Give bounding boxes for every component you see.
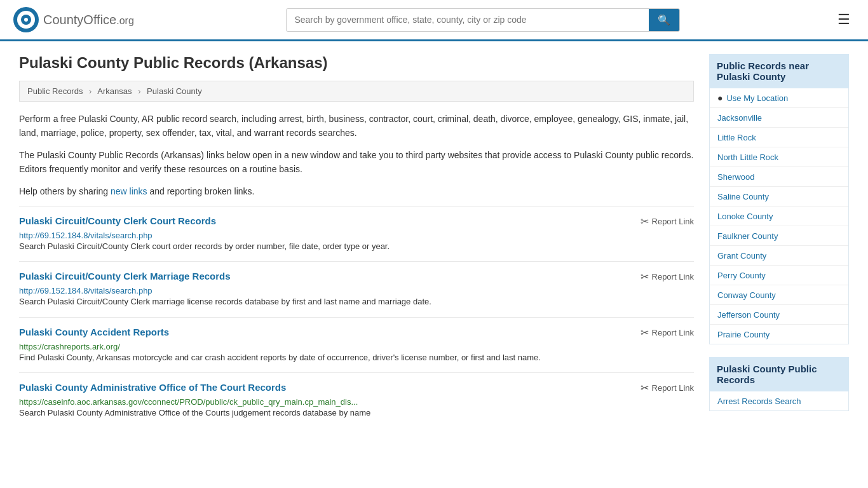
pulaski-record-link-0[interactable]: Arrest Records Search xyxy=(717,396,801,406)
page-title: Pulaski County Public Records (Arkansas) xyxy=(19,54,694,72)
description-3: Help others by sharing new links and rep… xyxy=(19,184,694,198)
search-button[interactable]: 🔍 xyxy=(649,9,679,31)
record-title-1[interactable]: Pulaski Circuit/County Clerk Marriage Re… xyxy=(19,271,231,281)
nearby-item: Little Rock xyxy=(710,128,848,147)
record-desc-0: Search Pulaski Circuit/County Clerk cour… xyxy=(19,240,694,253)
records-list: Pulaski Circuit/County Clerk Court Recor… xyxy=(19,206,694,428)
use-my-location-item: ● Use My Location xyxy=(710,88,848,108)
record-url-3[interactable]: https://caseinfo.aoc.arkansas.gov/cconne… xyxy=(19,397,358,407)
record-desc-2: Find Pulaski County, Arkansas motorcycle… xyxy=(19,351,694,364)
nearby-link-7[interactable]: Grant County xyxy=(717,251,766,261)
nearby-item: Prairie County xyxy=(710,325,848,344)
record-url-2[interactable]: https://crashreports.ark.org/ xyxy=(19,342,120,351)
nearby-link-11[interactable]: Prairie County xyxy=(717,330,770,339)
nearby-item: Conway County xyxy=(710,285,848,305)
logo-icon xyxy=(13,6,39,33)
nearby-link-5[interactable]: Lonoke County xyxy=(717,212,773,221)
report-link-2[interactable]: ✂ Report Link xyxy=(641,327,694,339)
nearby-link-2[interactable]: North Little Rock xyxy=(717,152,778,162)
nearby-list: ● Use My Location JacksonvilleLittle Roc… xyxy=(709,88,849,344)
record-item: Pulaski County Administrative Office of … xyxy=(19,372,694,428)
nearby-item: Faulkner County xyxy=(710,226,848,246)
nearby-item: Saline County xyxy=(710,187,848,207)
record-url-1[interactable]: http://69.152.184.8/vitals/search.php xyxy=(19,286,153,295)
logo: CountyOffice.org xyxy=(13,6,134,33)
logo-suffix: .org xyxy=(116,15,134,26)
site-header: CountyOffice.org 🔍 ☰ xyxy=(0,0,868,41)
nearby-link-1[interactable]: Little Rock xyxy=(717,133,756,142)
report-icon-2: ✂ xyxy=(641,327,649,339)
description-2: The Pulaski County Public Records (Arkan… xyxy=(19,148,694,177)
breadcrumb-public-records[interactable]: Public Records xyxy=(27,86,83,96)
search-input[interactable] xyxy=(287,10,649,30)
nearby-item: Lonoke County xyxy=(710,207,848,226)
pulaski-records-list: Arrest Records Search xyxy=(709,391,849,411)
pulaski-records-items: Arrest Records Search xyxy=(710,391,848,410)
new-links-link[interactable]: new links xyxy=(111,186,147,196)
record-title-2[interactable]: Pulaski County Accident Reports xyxy=(19,327,169,337)
main-content: Pulaski County Public Records (Arkansas)… xyxy=(19,54,694,428)
nearby-heading: Public Records near Pulaski County xyxy=(709,54,849,88)
nearby-item: Grant County xyxy=(710,246,848,266)
nearby-link-6[interactable]: Faulkner County xyxy=(717,231,778,241)
nearby-link-8[interactable]: Perry County xyxy=(717,271,766,280)
record-title-0[interactable]: Pulaski Circuit/County Clerk Court Recor… xyxy=(19,215,216,226)
report-link-1[interactable]: ✂ Report Link xyxy=(641,271,694,283)
nearby-item: Sherwood xyxy=(710,167,848,187)
breadcrumb-arkansas[interactable]: Arkansas xyxy=(97,86,132,96)
use-my-location-link[interactable]: Use My Location xyxy=(726,93,788,103)
nearby-items-container: JacksonvilleLittle RockNorth Little Rock… xyxy=(710,108,848,344)
nearby-link-0[interactable]: Jacksonville xyxy=(717,113,762,123)
nearby-link-10[interactable]: Jefferson County xyxy=(717,310,780,320)
nearby-item: Jacksonville xyxy=(710,108,848,128)
menu-button[interactable]: ☰ xyxy=(832,9,855,30)
logo-name: CountyOffice xyxy=(43,13,116,27)
nearby-link-9[interactable]: Conway County xyxy=(717,290,776,300)
logo-wordmark: CountyOffice.org xyxy=(43,13,134,27)
nearby-item: Jefferson County xyxy=(710,305,848,325)
record-item: Pulaski County Accident Reports ✂ Report… xyxy=(19,317,694,373)
description-1: Perform a free Pulaski County, AR public… xyxy=(19,112,694,140)
breadcrumb-current: Pulaski County xyxy=(147,86,202,96)
record-desc-1: Search Pulaski Circuit/County Clerk marr… xyxy=(19,295,694,308)
search-bar: 🔍 xyxy=(286,8,680,32)
record-item: Pulaski Circuit/County Clerk Marriage Re… xyxy=(19,261,694,317)
pulaski-records-heading: Pulaski County Public Records xyxy=(709,357,849,391)
report-link-0[interactable]: ✂ Report Link xyxy=(641,215,694,227)
report-icon-0: ✂ xyxy=(641,215,649,227)
sidebar: Public Records near Pulaski County ● Use… xyxy=(709,54,849,428)
nearby-link-4[interactable]: Saline County xyxy=(717,192,769,201)
record-url-0[interactable]: http://69.152.184.8/vitals/search.php xyxy=(19,231,153,240)
nearby-section: Public Records near Pulaski County ● Use… xyxy=(709,54,849,344)
breadcrumb: Public Records › Arkansas › Pulaski Coun… xyxy=(19,81,694,102)
pin-icon: ● xyxy=(717,93,722,103)
record-title-3[interactable]: Pulaski County Administrative Office of … xyxy=(19,382,286,393)
report-icon-3: ✂ xyxy=(641,382,649,394)
report-link-3[interactable]: ✂ Report Link xyxy=(641,382,694,394)
pulaski-records-section: Pulaski County Public Records Arrest Rec… xyxy=(709,357,849,411)
page-container: Pulaski County Public Records (Arkansas)… xyxy=(0,41,868,441)
record-desc-3: Search Pulaski County Administrative Off… xyxy=(19,407,694,419)
svg-point-3 xyxy=(24,18,28,22)
record-item: Pulaski Circuit/County Clerk Court Recor… xyxy=(19,206,694,262)
nearby-link-3[interactable]: Sherwood xyxy=(717,172,755,182)
pulaski-record-item: Arrest Records Search xyxy=(710,391,848,410)
report-icon-1: ✂ xyxy=(641,271,649,283)
nearby-item: North Little Rock xyxy=(710,147,848,167)
nearby-item: Perry County xyxy=(710,266,848,285)
